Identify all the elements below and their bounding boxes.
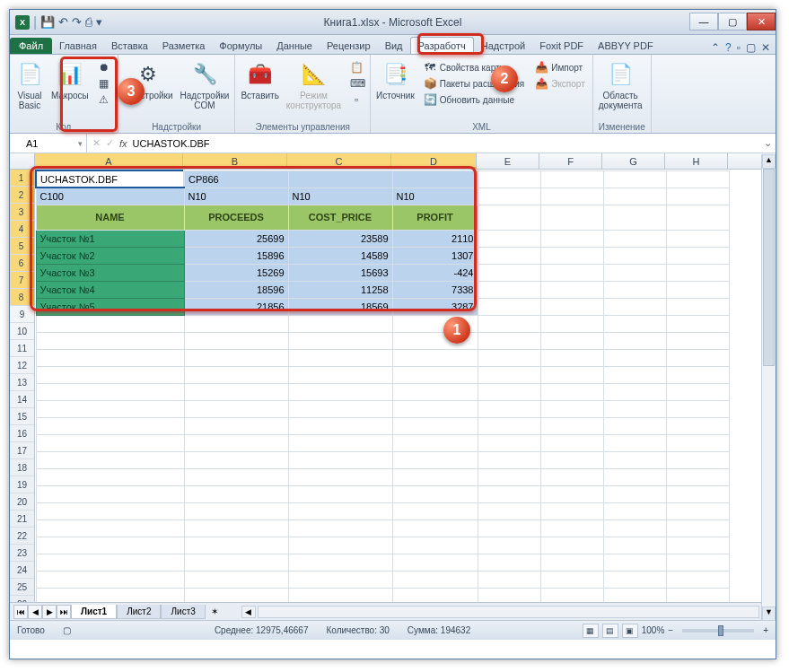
cell[interactable] [540, 519, 603, 537]
cell[interactable]: 18569 [288, 298, 392, 315]
cell[interactable] [288, 537, 392, 554]
cell[interactable]: 15269 [184, 264, 288, 281]
cell[interactable] [666, 434, 729, 451]
cell[interactable] [392, 537, 478, 554]
visual-basic-button[interactable]: 📄 Visual Basic [15, 57, 44, 110]
cell[interactable] [603, 264, 666, 281]
cell[interactable] [478, 332, 540, 349]
tab-foxit[interactable]: Foxit PDF [532, 38, 591, 54]
cell[interactable] [666, 315, 729, 332]
cell[interactable] [478, 281, 540, 298]
cell[interactable] [603, 400, 666, 417]
row-header-21[interactable]: 21 [10, 511, 34, 528]
name-box[interactable]: ▾ [10, 134, 87, 153]
cell[interactable]: 14589 [288, 247, 392, 264]
sheet-nav-first[interactable]: ⏮ [13, 605, 28, 619]
cell[interactable] [478, 588, 540, 602]
cell[interactable] [478, 349, 540, 366]
cell[interactable] [288, 502, 392, 519]
view-normal-button[interactable]: ▦ [583, 624, 599, 638]
cell[interactable] [603, 485, 666, 502]
cell[interactable]: N10 [392, 188, 478, 205]
cell[interactable] [288, 485, 392, 502]
tab-developer[interactable]: Разработч [410, 37, 474, 54]
cell[interactable] [478, 264, 540, 281]
cell[interactable] [540, 571, 603, 588]
cell[interactable] [288, 332, 392, 349]
cell[interactable] [603, 554, 666, 571]
cell[interactable] [288, 468, 392, 485]
cell[interactable] [478, 366, 540, 383]
qat-more-icon[interactable]: ▾ [96, 15, 102, 29]
cell[interactable] [603, 417, 666, 434]
cell[interactable] [540, 537, 603, 554]
cell[interactable] [478, 188, 540, 205]
row-header-7[interactable]: 7 [10, 272, 34, 289]
cell[interactable] [666, 247, 729, 264]
cell[interactable] [540, 349, 603, 366]
cell[interactable] [36, 451, 184, 468]
row-header-23[interactable]: 23 [10, 545, 34, 562]
close-button[interactable]: ✕ [747, 13, 776, 31]
cell[interactable] [392, 588, 478, 602]
col-header-B[interactable]: B [183, 153, 287, 169]
cell[interactable] [603, 247, 666, 264]
row-header-26[interactable]: 26 [10, 596, 34, 602]
cell[interactable] [666, 298, 729, 315]
cell[interactable] [478, 205, 540, 230]
cell[interactable] [478, 571, 540, 588]
cell[interactable] [36, 434, 184, 451]
cell[interactable] [666, 468, 729, 485]
cell[interactable] [478, 298, 540, 315]
cell[interactable] [36, 400, 184, 417]
com-addins-button[interactable]: 🔧 Надстройки COM [180, 57, 230, 110]
col-header-F[interactable]: F [539, 153, 602, 169]
cell[interactable] [184, 588, 288, 602]
cell[interactable] [666, 205, 729, 230]
cell[interactable] [666, 281, 729, 298]
cell[interactable] [666, 537, 729, 554]
refresh-data-button[interactable]: 🔄Обновить данные [422, 92, 526, 107]
cell[interactable] [184, 468, 288, 485]
sheet-tab-1[interactable]: Лист1 [71, 605, 117, 619]
cell[interactable] [478, 170, 540, 188]
cell[interactable] [36, 554, 184, 571]
cell[interactable] [184, 502, 288, 519]
cell[interactable] [478, 230, 540, 247]
properties-button[interactable]: 📋 [348, 60, 364, 74]
row-header-5[interactable]: 5 [10, 238, 34, 255]
sheet-tab-3[interactable]: Лист3 [161, 605, 205, 619]
cell[interactable] [478, 502, 540, 519]
cell[interactable] [392, 519, 478, 537]
cell[interactable] [478, 451, 540, 468]
cell[interactable] [288, 519, 392, 537]
hscroll-track[interactable] [258, 606, 759, 618]
row-header-13[interactable]: 13 [10, 374, 34, 391]
xml-source-button[interactable]: 📑 Источник [376, 57, 415, 100]
cell[interactable] [603, 205, 666, 230]
cell[interactable] [478, 468, 540, 485]
cell[interactable] [603, 170, 666, 188]
print-icon[interactable]: ⎙ [85, 15, 92, 29]
cell[interactable] [540, 315, 603, 332]
macro-security-button[interactable]: ⚠ [96, 92, 112, 107]
cell[interactable]: 15896 [184, 247, 288, 264]
cell[interactable] [288, 417, 392, 434]
row-header-10[interactable]: 10 [10, 323, 34, 340]
tab-abbyy[interactable]: ABBYY PDF [591, 38, 661, 54]
cell[interactable] [288, 366, 392, 383]
row-header-4[interactable]: 4 [10, 221, 34, 238]
col-header-C[interactable]: C [287, 153, 391, 169]
cell[interactable] [392, 170, 478, 188]
cell[interactable] [36, 383, 184, 400]
sheet-nav-prev[interactable]: ◀ [28, 605, 42, 619]
row-header-15[interactable]: 15 [10, 408, 34, 425]
cell[interactable] [603, 315, 666, 332]
cell[interactable] [288, 383, 392, 400]
row-header-16[interactable]: 16 [10, 425, 34, 442]
cell[interactable] [666, 417, 729, 434]
cell[interactable] [540, 485, 603, 502]
cell[interactable] [540, 230, 603, 247]
cell[interactable] [666, 230, 729, 247]
cell[interactable]: 15693 [288, 264, 392, 281]
